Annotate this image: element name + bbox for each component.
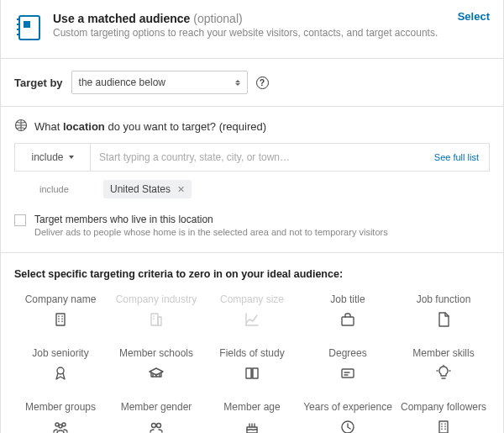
medal-icon [51, 364, 70, 383]
location-chip: United States ✕ [103, 180, 192, 198]
bulb-icon [434, 364, 453, 383]
chevron-down-icon [69, 156, 74, 159]
svg-rect-42 [439, 421, 448, 433]
location-live-checkbox-row: Target members who live in this location… [14, 214, 490, 237]
criteria-label: Member groups [25, 401, 96, 413]
building-icon [434, 418, 453, 433]
address-book-icon [14, 13, 43, 45]
gender-icon [147, 418, 165, 433]
matched-audience-select-link[interactable]: Select [458, 10, 490, 23]
location-question: What location do you want to target? (re… [14, 119, 490, 135]
criteria-label: Years of experience [303, 401, 392, 413]
svg-point-35 [59, 425, 62, 428]
svg-rect-14 [151, 314, 158, 325]
criteria-label: Member gender [121, 401, 192, 413]
criteria-label: Fields of study [219, 347, 284, 359]
criteria-item-member-skills[interactable]: Member skills [397, 347, 490, 383]
matched-audience-optional: (optional) [193, 12, 242, 25]
criteria-label: Member schools [119, 347, 193, 359]
svg-point-37 [157, 424, 161, 428]
location-q-pre: What [34, 120, 63, 133]
location-live-sub: Deliver ads to people whose home is in t… [34, 227, 388, 237]
matched-audience-title: Use a matched audience (optional) [53, 12, 490, 25]
briefcase-icon [339, 310, 357, 329]
location-tags-row: include United States ✕ [14, 172, 490, 198]
document-icon [434, 310, 453, 329]
criteria-item-member-gender[interactable]: Member gender [110, 401, 202, 433]
stepper-icon [235, 80, 240, 86]
location-include-dropdown[interactable]: include [15, 144, 91, 171]
svg-rect-7 [56, 314, 65, 325]
help-icon[interactable]: ? [256, 77, 269, 89]
cake-icon [243, 418, 261, 433]
matched-audience-title-text: Use a matched audience [53, 12, 190, 25]
criteria-label: Job seniority [32, 347, 88, 359]
criteria-item-company-followers[interactable]: Company followers [397, 401, 490, 433]
location-q-post: do you want to target? (required) [105, 120, 266, 133]
svg-rect-15 [158, 317, 161, 325]
building-icon [51, 310, 70, 329]
criteria-heading: Select specific targeting criteria to ze… [14, 268, 490, 280]
globe-icon [14, 119, 28, 135]
criteria-label: Job title [330, 293, 365, 305]
group-icon [51, 418, 70, 433]
criteria-label: Member skills [412, 347, 474, 359]
location-live-title: Target members who live in this location [34, 214, 388, 225]
criteria-grid: Company nameCompany industryCompany size… [14, 293, 490, 433]
location-see-full-list[interactable]: See full list [424, 144, 489, 171]
location-q-bold: location [63, 120, 105, 133]
criteria-label: Company name [25, 293, 97, 305]
location-section: What location do you want to target? (re… [0, 107, 504, 253]
svg-rect-20 [342, 317, 354, 325]
target-by-row: Target by the audience below ? [0, 59, 504, 107]
matched-audience-text: Use a matched audience (optional) Custom… [53, 12, 490, 40]
criteria-label: Job function [417, 293, 471, 305]
criteria-item-company-industry: Company industry [110, 293, 202, 329]
matched-audience-subtitle: Custom targeting options to reach your w… [53, 27, 490, 40]
criteria-label: Member age [223, 401, 280, 413]
close-icon[interactable]: ✕ [177, 184, 185, 195]
location-live-text: Target members who live in this location… [34, 214, 388, 237]
criteria-item-company-name[interactable]: Company name [14, 293, 107, 329]
target-by-select[interactable]: the audience below [71, 71, 248, 94]
criteria-item-member-groups[interactable]: Member groups [14, 401, 107, 433]
book-icon [243, 364, 261, 383]
chart-icon [243, 310, 261, 329]
clock-icon [339, 418, 357, 433]
svg-rect-1 [24, 21, 30, 28]
location-input[interactable] [91, 144, 424, 171]
svg-point-36 [152, 424, 156, 428]
criteria-item-fields-of-study[interactable]: Fields of study [206, 347, 298, 383]
target-by-value: the audience below [79, 77, 165, 88]
criteria-item-job-function[interactable]: Job function [397, 293, 490, 329]
location-live-checkbox[interactable] [14, 214, 26, 226]
location-question-text: What location do you want to target? (re… [34, 120, 266, 133]
target-by-label: Target by [14, 77, 63, 89]
criteria-label: Company size [220, 293, 284, 305]
matched-audience-card: Use a matched audience (optional) Custom… [0, 0, 504, 59]
criteria-label: Company industry [116, 293, 197, 305]
svg-rect-26 [342, 369, 354, 378]
criteria-item-company-size: Company size [206, 293, 298, 329]
criteria-section: Select specific targeting criteria to ze… [0, 253, 504, 433]
industry-icon [147, 310, 165, 329]
criteria-item-member-schools[interactable]: Member schools [110, 347, 202, 383]
school-icon [147, 364, 165, 383]
criteria-item-member-age[interactable]: Member age [206, 401, 298, 433]
criteria-label: Degrees [328, 347, 366, 359]
location-tags-label: include [39, 184, 88, 194]
criteria-label: Company followers [401, 401, 486, 413]
criteria-item-degrees[interactable]: Degrees [302, 347, 394, 383]
criteria-item-years-of-experience[interactable]: Years of experience [302, 401, 394, 433]
location-include-label: include [31, 151, 63, 163]
criteria-item-job-title[interactable]: Job title [302, 293, 394, 329]
location-input-row: include See full list [14, 143, 490, 172]
degree-icon [339, 364, 357, 383]
location-chip-label: United States [110, 183, 171, 195]
criteria-item-job-seniority[interactable]: Job seniority [14, 347, 107, 383]
